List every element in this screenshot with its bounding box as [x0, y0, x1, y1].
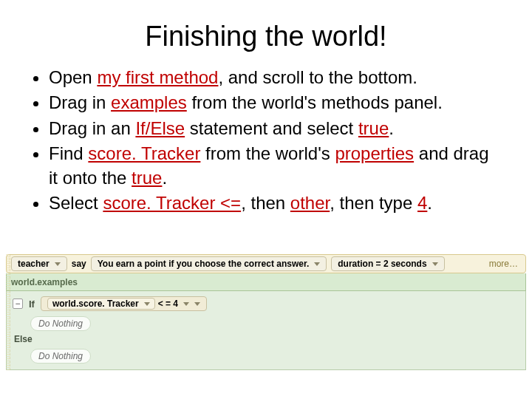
chevron-down-icon [432, 262, 438, 266]
text: . [389, 118, 394, 138]
chevron-down-icon [144, 302, 150, 306]
text: , then [241, 193, 290, 213]
keyword: properties [335, 143, 414, 163]
text: . [427, 193, 432, 213]
chevron-down-icon [194, 302, 200, 306]
bullet-item: Drag in examples from the world's method… [49, 91, 502, 115]
keyword: examples [111, 92, 187, 112]
bullet-item: Open my first method, and scroll to the … [49, 66, 502, 89]
else-keyword: Else [14, 332, 522, 346]
examples-method-row[interactable]: world.examples [6, 273, 526, 291]
keyword: 4 [417, 193, 427, 213]
keyword: true [358, 118, 389, 138]
object-label: teacher [18, 259, 50, 269]
do-nothing-slot[interactable]: Do Nothing [30, 349, 91, 364]
method-label: say [72, 259, 86, 269]
bullet-item: Find score. Tracker from the world's pro… [49, 142, 502, 190]
keyword: other [290, 193, 330, 213]
chevron-down-icon [55, 262, 61, 266]
say-text-dropdown[interactable]: You earn a point if you choose the corre… [91, 256, 327, 271]
if-keyword: If [29, 299, 35, 310]
duration-dropdown[interactable]: duration = 2 seconds [331, 256, 444, 271]
expr-object-dropdown[interactable]: world.score. Tracker [47, 298, 155, 310]
if-else-block[interactable]: − If world.score. Tracker < = 4 Do Nothi… [6, 291, 526, 370]
keyword: true [132, 168, 162, 188]
text: Select [49, 193, 103, 213]
bullet-item: Select score. Tracker <=, then other, th… [49, 191, 502, 215]
say-text: You earn a point if you choose the corre… [98, 259, 310, 269]
bullet-list: Open my first method, and scroll to the … [30, 66, 502, 215]
object-dropdown[interactable]: teacher [11, 256, 67, 271]
chevron-down-icon [183, 302, 189, 306]
text: , then type [330, 193, 417, 213]
expr-object-label: world.score. Tracker [52, 299, 139, 309]
text: statement and select [185, 118, 358, 138]
text: Drag in an [49, 118, 135, 138]
expr-operator: < = 4 [158, 299, 178, 309]
condition-pill[interactable]: world.score. Tracker < = 4 [41, 296, 207, 311]
do-nothing-slot[interactable]: Do Nothing [30, 316, 91, 331]
slide-title: Finishing the world! [30, 21, 502, 52]
keyword: my first method [97, 67, 218, 87]
keyword: score. Tracker <= [103, 193, 241, 213]
text: Find [49, 143, 88, 163]
collapse-icon[interactable]: − [13, 299, 23, 309]
gutter-decoration [6, 254, 10, 370]
text: . [162, 168, 167, 188]
alice-code-panel: teacher say You earn a point if you choo… [6, 254, 526, 370]
if-condition-row: − If world.score. Tracker < = 4 [10, 294, 522, 313]
keyword: score. Tracker [88, 143, 200, 163]
text: from the world's methods panel. [187, 92, 443, 112]
bullet-item: Drag in an If/Else statement and select … [49, 117, 502, 140]
text: from the world's [200, 143, 335, 163]
duration-label: duration = 2 seconds [338, 259, 426, 269]
say-statement-row[interactable]: teacher say You earn a point if you choo… [6, 254, 526, 273]
text: , and scroll to the bottom. [218, 67, 417, 87]
text: Open [49, 67, 97, 87]
examples-label: world.examples [11, 277, 78, 287]
text: Drag in [49, 92, 111, 112]
keyword: If/Else [135, 118, 185, 138]
more-link[interactable]: more… [489, 259, 521, 269]
chevron-down-icon [314, 262, 320, 266]
